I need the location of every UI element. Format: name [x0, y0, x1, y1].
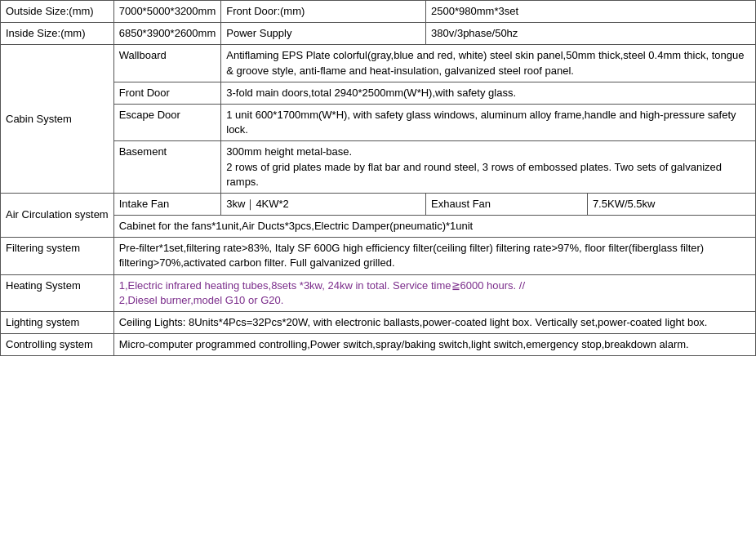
exhaust-fan-label: Exhaust Fan — [426, 193, 588, 215]
inside-size-value: 6850*3900*2600mm — [113, 23, 221, 45]
table-row: Cabinet for the fans*1unit,Air Ducts*3pc… — [1, 216, 756, 238]
air-circulation-label: Air Circulation system — [1, 193, 114, 237]
outside-size-label: Outside Size:(mm) — [1, 1, 114, 23]
escape-door-value: 1 unit 600*1700mm(W*H), with safety glas… — [221, 104, 756, 140]
table-row: Outside Size:(mm) 7000*5000*3200mm Front… — [1, 1, 756, 23]
controlling-value: Micro-computer programmed controlling,Po… — [113, 334, 755, 356]
specs-table: Outside Size:(mm) 7000*5000*3200mm Front… — [0, 0, 756, 356]
power-supply-value: 380v/3phase/50hz — [426, 23, 756, 45]
intake-fan-label: Intake Fan — [113, 193, 221, 215]
table-row: Escape Door 1 unit 600*1700mm(W*H), with… — [1, 104, 756, 140]
table-row: Filtering system Pre-filter*1set,filteri… — [1, 238, 756, 274]
table-row: Front Door 3-fold main doors,total 2940*… — [1, 82, 756, 104]
power-supply-label: Power Supply — [221, 23, 426, 45]
main-container: Outside Size:(mm) 7000*5000*3200mm Front… — [0, 0, 756, 548]
air-circulation-sub-value: Cabinet for the fans*1unit,Air Ducts*3pc… — [113, 216, 755, 238]
intake-fan-value: 3kw｜4KW*2 — [221, 193, 426, 215]
front-door-sub-label: Front Door — [113, 82, 221, 104]
lighting-label: Lighting system — [1, 312, 114, 334]
table-row: Lighting system Ceiling Lights: 8Units*4… — [1, 312, 756, 334]
lighting-value: Ceiling Lights: 8Units*4Pcs=32Pcs*20W, w… — [113, 312, 755, 334]
controlling-label: Controlling system — [1, 334, 114, 356]
basement-value: 300mm height metal-base. 2 rows of grid … — [221, 141, 756, 194]
table-row: Air Circulation system Intake Fan 3kw｜4K… — [1, 193, 756, 215]
table-row: Controlling system Micro-computer progra… — [1, 334, 756, 356]
table-row: Inside Size:(mm) 6850*3900*2600mm Power … — [1, 23, 756, 45]
wallboard-label: Wallboard — [113, 45, 221, 82]
filtering-label: Filtering system — [1, 238, 114, 274]
escape-door-label: Escape Door — [113, 104, 221, 140]
basement-label: Basement — [113, 141, 221, 194]
heating-label: Heating System — [1, 274, 114, 311]
table-row: Cabin System Wallboard Antiflaming EPS P… — [1, 45, 756, 82]
cabin-system-label: Cabin System — [1, 45, 114, 194]
heating-value: 1,Electric infrared heating tubes,8sets … — [113, 274, 755, 311]
exhaust-fan-value: 7.5KW/5.5kw — [587, 193, 755, 215]
inside-size-label: Inside Size:(mm) — [1, 23, 114, 45]
front-door-sub-value: 3-fold main doors,total 2940*2500mm(W*H)… — [221, 82, 756, 104]
table-row: Basement 300mm height metal-base. 2 rows… — [1, 141, 756, 194]
wallboard-value: Antiflaming EPS Plate colorful(gray,blue… — [221, 45, 756, 82]
filtering-value: Pre-filter*1set,filtering rate>83%, Ital… — [113, 238, 755, 274]
front-door-label: Front Door:(mm) — [221, 1, 426, 23]
table-row: Heating System 1,Electric infrared heati… — [1, 274, 756, 311]
outside-size-value: 7000*5000*3200mm — [113, 1, 221, 23]
front-door-value: 2500*980mm*3set — [426, 1, 756, 23]
